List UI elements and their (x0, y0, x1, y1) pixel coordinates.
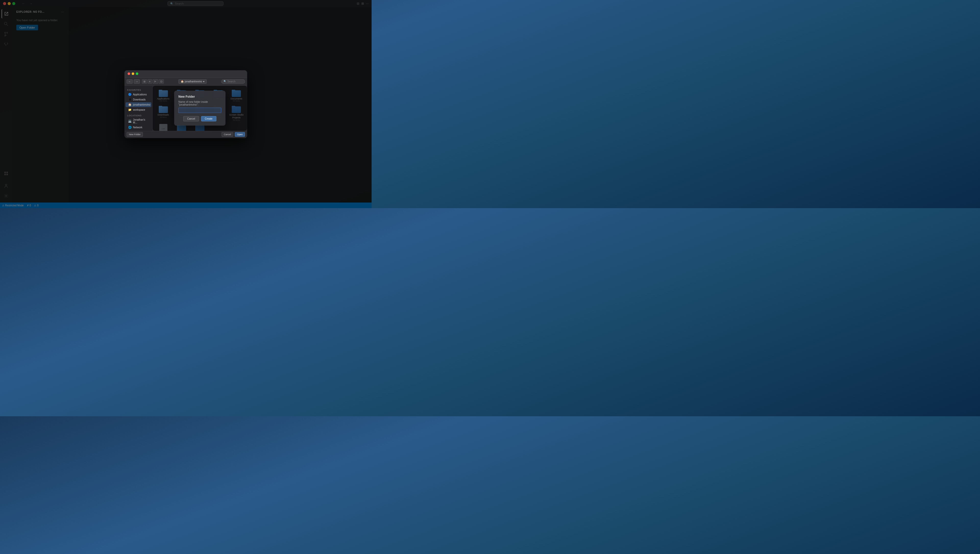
finder-icon-view-button[interactable]: ⊞ (142, 79, 147, 84)
finder-toolbar: ← → ⊞ ≡ ⫸ ⊡ 🏠 jonathantrevino ▾ 🔍 (124, 78, 247, 86)
finder-maximize-button[interactable] (136, 72, 138, 75)
finder-location-button[interactable]: 🏠 jonathantrevino ▾ (178, 79, 207, 84)
finder-location-text: jonathantrevino (185, 80, 202, 83)
finder-close-button[interactable] (127, 72, 130, 75)
finder-new-folder-button[interactable]: New Folder (127, 132, 143, 137)
new-folder-create-button[interactable]: Create (201, 116, 217, 121)
workspace-icon: 📁 (128, 108, 132, 111)
applications-icon: 🔵 (128, 93, 132, 96)
new-folder-dialog-title: New Folder (178, 95, 221, 99)
new-folder-dialog-buttons: Cancel Create (178, 116, 221, 121)
finder-minimize-button[interactable] (132, 72, 134, 75)
new-folder-dialog-label: Name of new folder inside "jonathantrevi… (178, 100, 221, 106)
new-folder-dialog: New Folder Name of new folder inside "jo… (174, 91, 225, 126)
sidebar-item-downloads[interactable]: ⬇ Downloads (126, 97, 151, 102)
downloads-icon: ⬇ (128, 98, 132, 101)
home-icon: 🏠 (128, 103, 132, 107)
finder-overlay: ← → ⊞ ≡ ⫸ ⊡ 🏠 jonathantrevino ▾ 🔍 (0, 0, 371, 208)
finder-location-chevron: ▾ (203, 80, 204, 83)
finder-back-button[interactable]: ← (127, 79, 133, 84)
finder-titlebar (124, 70, 247, 78)
sidebar-item-macbook[interactable]: 💻 Jonathan's M... (126, 118, 151, 125)
network-icon: 🌐 (128, 126, 132, 129)
sidebar-item-applications[interactable]: 🔵 Applications (126, 92, 151, 97)
finder-bottom-bar: New Folder Cancel Open (124, 131, 247, 138)
finder-gallery-view-button[interactable]: ⊡ (159, 79, 164, 84)
finder-window: ← → ⊞ ≡ ⫸ ⊡ 🏠 jonathantrevino ▾ 🔍 (124, 70, 247, 138)
finder-location-icon: 🏠 (181, 80, 184, 83)
sidebar-item-home[interactable]: 🏠 jonathantrevino (126, 102, 151, 107)
finder-view-buttons: ⊞ ≡ ⫸ ⊡ (142, 79, 164, 84)
finder-forward-button[interactable]: → (134, 79, 140, 84)
finder-list-view-button[interactable]: ≡ (148, 79, 152, 84)
finder-content: Applications 100 items archive 3 items (153, 86, 247, 131)
finder-location-area: 🏠 jonathantrevino ▾ (165, 79, 220, 84)
finder-sidebar: Favorites 🔵 Applications ⬇ Downloads 🏠 j… (124, 86, 153, 131)
sidebar-item-network[interactable]: 🌐 Network (126, 125, 151, 130)
sidebar-item-workspace[interactable]: 📁 workspace (126, 107, 151, 112)
new-folder-cancel-button[interactable]: Cancel (183, 116, 199, 121)
finder-search-icon: 🔍 (223, 80, 226, 83)
favorites-section: Favorites 🔵 Applications ⬇ Downloads 🏠 j… (124, 88, 152, 112)
finder-column-view-button[interactable]: ⫸ (153, 79, 158, 84)
finder-search-input[interactable] (227, 80, 243, 83)
finder-cancel-button[interactable]: Cancel (221, 132, 233, 137)
finder-open-button[interactable]: Open (235, 132, 245, 137)
new-folder-name-input[interactable] (178, 108, 221, 113)
locations-section: Locations 💻 Jonathan's M... 🌐 Network (124, 113, 152, 130)
macbook-icon: 💻 (128, 119, 132, 123)
locations-heading: Locations (124, 113, 152, 117)
finder-body: Favorites 🔵 Applications ⬇ Downloads 🏠 j… (124, 86, 247, 131)
favorites-heading: Favorites (124, 88, 152, 92)
finder-search-box: 🔍 (221, 79, 245, 84)
new-folder-overlay: New Folder Name of new folder inside "jo… (153, 86, 247, 131)
finder-bottom-actions: Cancel Open (221, 132, 245, 137)
